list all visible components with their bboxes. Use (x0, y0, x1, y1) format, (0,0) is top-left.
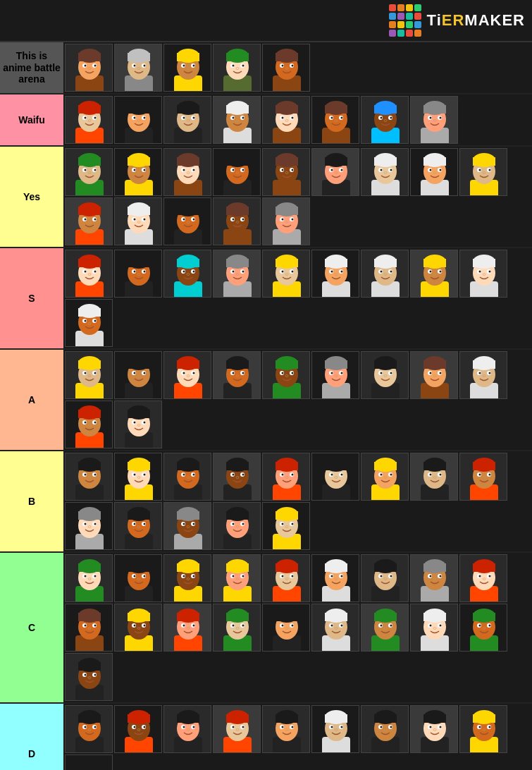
svg-point-507 (183, 474, 185, 476)
svg-rect-484 (78, 462, 101, 470)
svg-point-457 (479, 372, 481, 374)
svg-rect-564 (473, 462, 495, 470)
svg-point-639 (137, 578, 140, 580)
svg-point-59 (88, 120, 91, 122)
char-slot (262, 554, 310, 602)
svg-point-878 (390, 726, 392, 728)
svg-rect-174 (276, 157, 298, 166)
svg-rect-884 (423, 714, 446, 723)
svg-rect-554 (423, 462, 446, 470)
svg-point-859 (285, 729, 288, 731)
svg-point-208 (440, 169, 442, 171)
svg-point-159 (187, 172, 190, 174)
svg-rect-294 (177, 259, 199, 267)
svg-point-127 (430, 117, 432, 119)
svg-rect-14 (128, 53, 150, 61)
svg-rect-904 (78, 764, 101, 770)
svg-point-757 (282, 625, 284, 627)
svg-point-678 (341, 575, 343, 578)
svg-point-339 (384, 274, 387, 276)
char-slot (114, 197, 162, 245)
svg-point-338 (390, 271, 392, 273)
char-slot (65, 554, 113, 602)
svg-point-899 (483, 729, 485, 731)
svg-point-148 (144, 169, 146, 171)
svg-rect-624 (78, 563, 101, 572)
char-slot (361, 604, 409, 652)
svg-point-499 (137, 477, 140, 479)
svg-point-227 (85, 219, 87, 221)
svg-point-637 (134, 575, 136, 578)
logo-cell-8 (389, 21, 396, 28)
svg-rect-94 (276, 105, 298, 114)
svg-point-589 (137, 526, 140, 528)
svg-point-557 (430, 474, 432, 476)
svg-point-129 (433, 120, 436, 122)
svg-point-418 (292, 372, 294, 374)
svg-point-879 (384, 729, 387, 731)
char-slot (262, 197, 310, 245)
svg-point-488 (94, 474, 97, 476)
svg-point-78 (193, 117, 195, 119)
logo-text: TiERMAKER (427, 11, 525, 30)
svg-point-808 (94, 674, 97, 676)
svg-rect-674 (325, 563, 347, 572)
svg-point-89 (236, 120, 239, 122)
svg-rect-214 (473, 157, 495, 166)
svg-point-889 (433, 729, 436, 731)
svg-point-359 (483, 274, 485, 276)
svg-point-648 (193, 575, 195, 578)
char-slot (410, 554, 458, 602)
logo-cell-7 (414, 13, 421, 20)
char-slot (410, 351, 458, 399)
svg-point-18 (144, 65, 146, 67)
svg-point-618 (292, 523, 294, 525)
svg-point-837 (183, 726, 185, 728)
tier-content-a (63, 350, 532, 450)
svg-point-848 (242, 726, 245, 728)
svg-point-579 (88, 526, 91, 528)
svg-rect-234 (128, 207, 150, 215)
svg-rect-394 (177, 360, 199, 369)
svg-rect-184 (325, 157, 347, 166)
svg-point-479 (137, 424, 140, 427)
svg-point-578 (94, 523, 97, 525)
svg-point-477 (134, 422, 136, 424)
svg-rect-44 (276, 53, 298, 61)
svg-point-307 (233, 271, 235, 273)
logo-ti: Ti (427, 11, 442, 29)
svg-point-768 (341, 625, 343, 627)
svg-rect-64 (128, 105, 150, 114)
svg-point-638 (144, 575, 146, 578)
tier-row-d: D (0, 704, 532, 770)
char-slot (459, 351, 507, 399)
svg-point-568 (489, 474, 491, 476)
char-slot (311, 250, 359, 298)
char-slot (163, 351, 211, 399)
svg-rect-754 (276, 613, 298, 621)
logo-cell-15 (414, 30, 421, 37)
svg-rect-704 (473, 563, 495, 572)
char-slot (311, 351, 359, 399)
svg-rect-454 (473, 360, 495, 369)
char-slot (361, 250, 409, 298)
char-slot (262, 453, 310, 501)
svg-point-838 (193, 726, 195, 728)
tier-label-yes: Yes (0, 147, 63, 247)
char-slot (213, 554, 261, 602)
svg-point-298 (193, 271, 195, 273)
svg-point-387 (134, 372, 136, 374)
svg-point-389 (137, 375, 140, 377)
svg-rect-784 (423, 613, 446, 621)
char-slot (311, 148, 359, 196)
svg-point-157 (183, 169, 185, 171)
svg-point-869 (335, 729, 338, 731)
svg-rect-134 (78, 157, 101, 166)
svg-point-439 (384, 375, 387, 377)
svg-point-98 (292, 117, 294, 119)
svg-rect-474 (128, 410, 150, 418)
svg-rect-834 (177, 714, 199, 723)
svg-point-608 (242, 523, 245, 525)
tier-row-b: B (0, 451, 532, 553)
svg-point-297 (183, 271, 185, 273)
